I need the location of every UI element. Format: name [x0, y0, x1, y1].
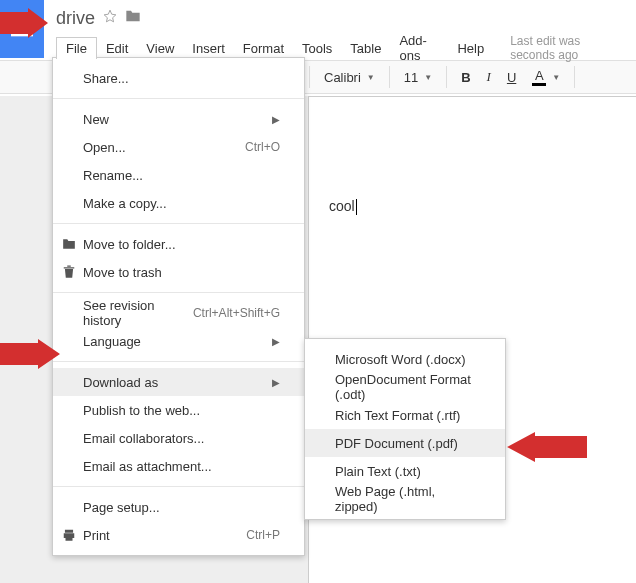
- text-cursor: [356, 199, 357, 215]
- star-icon[interactable]: [103, 9, 117, 27]
- submenu-item-pdf[interactable]: PDF Document (.pdf): [305, 429, 505, 457]
- dropdown-icon: ▼: [552, 73, 560, 82]
- annotation-arrow: [0, 8, 48, 38]
- separator: [53, 292, 304, 293]
- submenu-item-odt[interactable]: OpenDocument Format (.odt): [305, 373, 505, 401]
- separator: [53, 361, 304, 362]
- svg-marker-5: [507, 432, 587, 462]
- separator: [309, 66, 310, 88]
- separator: [446, 66, 447, 88]
- menu-view[interactable]: View: [137, 38, 183, 59]
- font-name: Calibri: [324, 70, 361, 85]
- separator: [389, 66, 390, 88]
- submenu-item-html[interactable]: Web Page (.html, zipped): [305, 485, 505, 513]
- menu-item-revision-history[interactable]: See revision historyCtrl+Alt+Shift+G: [53, 299, 304, 327]
- svg-marker-4: [0, 339, 60, 369]
- last-edit-label[interactable]: Last edit was seconds ago: [501, 31, 636, 65]
- text-color-button[interactable]: A ▼: [524, 65, 568, 90]
- menu-item-email-attachment[interactable]: Email as attachment...: [53, 452, 304, 480]
- menubar: File Edit View Insert Format Tools Table…: [0, 36, 636, 60]
- menu-item-publish[interactable]: Publish to the web...: [53, 396, 304, 424]
- text-color-letter: A: [535, 69, 544, 82]
- font-size: 11: [404, 70, 418, 85]
- trash-icon: [61, 265, 77, 279]
- file-menu: Share... New▶ Open...Ctrl+O Rename... Ma…: [52, 57, 305, 556]
- menu-item-share[interactable]: Share...: [53, 64, 304, 92]
- menu-help[interactable]: Help: [448, 38, 493, 59]
- annotation-arrow: [507, 432, 587, 462]
- download-as-submenu: Microsoft Word (.docx) OpenDocument Form…: [304, 338, 506, 520]
- submenu-arrow-icon: ▶: [272, 377, 280, 388]
- header: drive: [0, 0, 636, 36]
- menu-item-page-setup[interactable]: Page setup...: [53, 493, 304, 521]
- menu-item-move-to-folder[interactable]: Move to folder...: [53, 230, 304, 258]
- menu-item-print[interactable]: PrintCtrl+P: [53, 521, 304, 549]
- submenu-item-txt[interactable]: Plain Text (.txt): [305, 457, 505, 485]
- bold-button[interactable]: B: [453, 66, 478, 89]
- font-selector[interactable]: Calibri ▼: [316, 66, 383, 89]
- dropdown-icon: ▼: [424, 73, 432, 82]
- folder-icon[interactable]: [125, 9, 141, 27]
- menu-item-language[interactable]: Language▶: [53, 327, 304, 355]
- menu-file[interactable]: File: [56, 37, 97, 59]
- folder-icon: [61, 237, 77, 251]
- separator: [574, 66, 575, 88]
- document-body-text[interactable]: cool: [329, 198, 355, 214]
- separator: [53, 486, 304, 487]
- menu-item-move-to-trash[interactable]: Move to trash: [53, 258, 304, 286]
- separator: [53, 98, 304, 99]
- menu-item-new[interactable]: New▶: [53, 105, 304, 133]
- submenu-item-docx[interactable]: Microsoft Word (.docx): [305, 345, 505, 373]
- menu-insert[interactable]: Insert: [183, 38, 234, 59]
- svg-marker-3: [0, 8, 48, 38]
- menu-table[interactable]: Table: [341, 38, 390, 59]
- dropdown-icon: ▼: [367, 73, 375, 82]
- italic-button[interactable]: I: [479, 65, 499, 89]
- menu-edit[interactable]: Edit: [97, 38, 137, 59]
- menu-item-download-as[interactable]: Download as▶: [53, 368, 304, 396]
- menu-item-rename[interactable]: Rename...: [53, 161, 304, 189]
- submenu-item-rtf[interactable]: Rich Text Format (.rtf): [305, 401, 505, 429]
- menu-item-email-collaborators[interactable]: Email collaborators...: [53, 424, 304, 452]
- menu-format[interactable]: Format: [234, 38, 293, 59]
- font-size-selector[interactable]: 11 ▼: [396, 66, 440, 89]
- submenu-arrow-icon: ▶: [272, 114, 280, 125]
- menu-tools[interactable]: Tools: [293, 38, 341, 59]
- document-title[interactable]: drive: [56, 8, 95, 29]
- print-icon: [61, 528, 77, 542]
- annotation-arrow: [0, 339, 60, 369]
- underline-button[interactable]: U: [499, 66, 524, 89]
- menu-item-open[interactable]: Open...Ctrl+O: [53, 133, 304, 161]
- separator: [53, 223, 304, 224]
- submenu-arrow-icon: ▶: [272, 336, 280, 347]
- menu-item-make-copy[interactable]: Make a copy...: [53, 189, 304, 217]
